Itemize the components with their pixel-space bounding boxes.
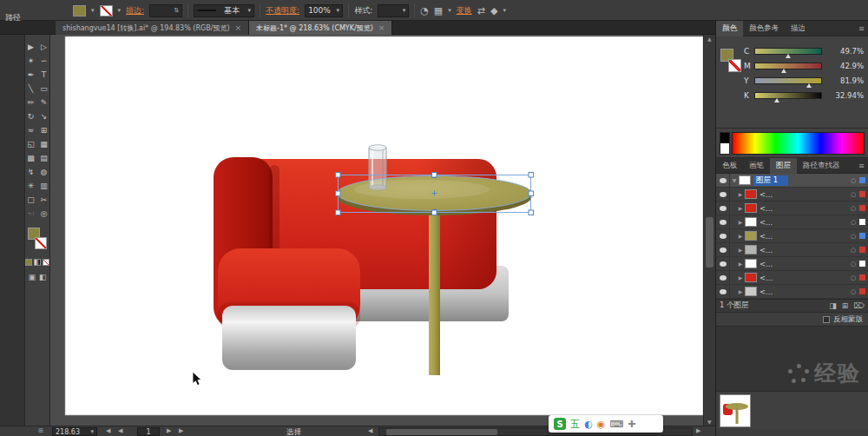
layer-row[interactable]: ▶ <... ○	[716, 243, 868, 257]
prev-page-icon[interactable]: ◀	[118, 427, 122, 434]
rotate-tool[interactable]: ↻	[24, 109, 37, 123]
grid-icon[interactable]: ⊞	[38, 427, 43, 434]
free-transform-tool[interactable]: ⊞	[37, 123, 50, 137]
perspective-grid-tool[interactable]: ▦	[37, 137, 50, 151]
glass-illustration[interactable]	[369, 145, 386, 190]
color-mode-icon[interactable]	[25, 259, 32, 266]
close-tab-icon[interactable]: ×	[378, 23, 385, 32]
tab-swatches[interactable]: 色板	[716, 158, 743, 174]
panel-menu-icon[interactable]: ≡	[858, 162, 865, 170]
last-page-icon[interactable]: ▶	[179, 427, 183, 434]
page-field[interactable]: 1	[137, 427, 160, 436]
layer-label[interactable]: <...	[760, 218, 849, 227]
layer-row-parent[interactable]: ▼ 图层 1 ○	[716, 174, 868, 188]
expand-arrow-icon[interactable]: ▶	[736, 205, 745, 211]
channel-k-value[interactable]: 32.94%	[824, 91, 864, 100]
pencil-tool[interactable]: ✎	[37, 96, 50, 109]
align-icon[interactable]: ▦	[434, 5, 443, 17]
width-tool[interactable]: ≈	[24, 123, 37, 137]
expand-arrow-icon[interactable]: ▶	[736, 233, 745, 239]
shape-builder-tool[interactable]: ◱	[24, 137, 37, 151]
channel-y-slider[interactable]	[754, 77, 822, 84]
gradient-tool[interactable]: ▤	[37, 151, 50, 165]
expand-arrow-icon[interactable]: ▼	[730, 177, 739, 183]
color-spectrum-bar[interactable]	[732, 132, 865, 155]
visibility-eye-icon[interactable]	[716, 285, 730, 299]
document-tab-active[interactable]: 未标题-1* @ 218.63% (CMYK/预览) ×	[249, 21, 392, 35]
hand-tool[interactable]: ☜	[24, 207, 37, 221]
night-mode-icon[interactable]: ◐	[584, 419, 593, 430]
gradient-mode-icon[interactable]	[34, 259, 41, 266]
expand-arrow-icon[interactable]: ▶	[736, 288, 745, 294]
fill-color-swatch[interactable]	[73, 5, 86, 17]
layer-label[interactable]: <...	[760, 274, 849, 282]
wubi-icon[interactable]: 五	[570, 418, 580, 431]
stroke-color-swatch[interactable]	[100, 5, 113, 17]
expand-arrow-icon[interactable]: ▶	[736, 219, 745, 225]
tab-layers[interactable]: 图层	[770, 158, 797, 174]
stroke-swatch[interactable]	[35, 237, 47, 249]
chevron-down-icon[interactable]: ▾	[403, 7, 406, 14]
close-tab-icon[interactable]: ×	[235, 23, 242, 32]
selection-tool[interactable]: ▶	[24, 40, 37, 54]
visibility-eye-icon[interactable]	[716, 201, 730, 215]
target-circle-icon[interactable]: ○	[851, 177, 856, 184]
style-combo[interactable]: ▾	[378, 4, 409, 17]
direct-selection-tool[interactable]: ▷	[37, 40, 50, 54]
symbol-sprayer-tool[interactable]: ✳	[24, 179, 37, 193]
chevron-down-icon[interactable]: ▾	[503, 7, 506, 14]
visibility-eye-icon[interactable]	[716, 174, 730, 188]
tab-pathfinder[interactable]: 路径查找器	[797, 158, 846, 174]
channel-m-slider[interactable]	[754, 63, 822, 69]
chevron-down-icon[interactable]: ▾	[118, 7, 122, 14]
eyedropper-tool[interactable]: ↯	[24, 165, 37, 179]
visibility-eye-icon[interactable]	[716, 188, 730, 201]
layer-label[interactable]: <...	[760, 232, 849, 241]
zoom-combo[interactable]: 218.63 ▾	[52, 427, 97, 436]
table-leg[interactable]	[429, 204, 440, 375]
layer-row[interactable]: ▶ <... ○	[716, 188, 868, 201]
panel-menu-icon[interactable]: ≡	[858, 24, 865, 33]
channel-y-value[interactable]: 81.9%	[824, 76, 864, 85]
target-circle-icon[interactable]: ○	[851, 261, 856, 268]
target-circle-icon[interactable]: ○	[851, 219, 856, 226]
settings-icon[interactable]: ◆	[490, 5, 497, 17]
scroll-left-icon[interactable]: ◀	[368, 427, 372, 434]
visibility-eye-icon[interactable]	[716, 271, 730, 285]
tab-brushes[interactable]: 画笔	[743, 158, 770, 174]
stroke-width-combo[interactable]: ⇅	[149, 4, 182, 17]
artwork-thumbnail[interactable]	[720, 394, 751, 427]
visibility-eye-icon[interactable]	[716, 215, 730, 229]
scroll-up-icon[interactable]: ▲	[707, 36, 712, 42]
channel-m-value[interactable]: 42.9%	[824, 62, 864, 70]
channel-c-value[interactable]: 49.7%	[824, 47, 864, 56]
column-graph-tool[interactable]: ▥	[37, 179, 50, 193]
layer-label[interactable]: <...	[760, 246, 849, 254]
artboard-tool[interactable]: ▢	[24, 193, 37, 207]
mesh-tool[interactable]: ▩	[24, 151, 37, 165]
shuffle-icon[interactable]: ⇄	[477, 5, 485, 17]
stepper-icon[interactable]: ⇅	[174, 7, 179, 14]
paintbrush-tool[interactable]: ✏	[24, 96, 37, 109]
slice-tool[interactable]: ✂	[37, 193, 50, 207]
opacity-link[interactable]: 不透明度:	[266, 5, 299, 17]
target-circle-icon[interactable]: ○	[851, 233, 856, 240]
layer-row[interactable]: ▶ <... ○	[716, 285, 868, 299]
toolbox-icon[interactable]: ✚	[628, 419, 635, 430]
visibility-eye-icon[interactable]	[716, 243, 730, 257]
zoom-tool[interactable]: ◎	[37, 207, 50, 221]
delete-layer-icon[interactable]: ⌦	[853, 301, 865, 310]
layer-row[interactable]: ▶ <... ○	[716, 215, 868, 229]
target-circle-icon[interactable]: ○	[851, 288, 856, 295]
line-segment-tool[interactable]: ╲	[24, 82, 37, 96]
chevron-down-icon[interactable]: ▾	[448, 7, 451, 14]
lasso-tool[interactable]: ∽	[37, 54, 50, 68]
magic-wand-tool[interactable]: ✶	[24, 54, 37, 68]
scrollbar-thumb[interactable]	[706, 217, 713, 268]
sofa-base-left[interactable]	[222, 306, 356, 370]
tab-color-guide[interactable]: 颜色参考	[743, 21, 785, 36]
pen-tool[interactable]: ✒	[24, 68, 37, 82]
transform-link[interactable]: 变换	[457, 5, 472, 17]
layer-label[interactable]: 图层 1	[753, 175, 849, 186]
blend-tool[interactable]: ◍	[37, 165, 50, 179]
